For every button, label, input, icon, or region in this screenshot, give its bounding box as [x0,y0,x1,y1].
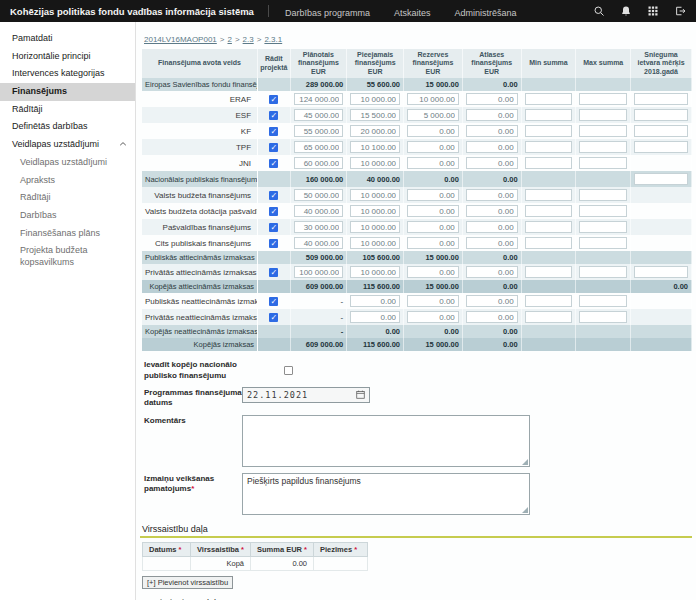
max-sum-input[interactable] [579,266,627,278]
show-in-project-checkbox[interactable]: ✓ [269,239,278,248]
max-sum-input[interactable] [579,141,627,153]
program-date-input[interactable]: 22.11.2021 [242,387,370,403]
sidebar-item-r-d-t-ji[interactable]: Rādītāji [0,101,135,119]
min-sum-input[interactable] [525,311,573,323]
sidebar-item-defin-t-s-darb-bas[interactable]: Definētās darbības [0,118,135,136]
planned-input[interactable] [294,189,344,201]
performance-target-input[interactable] [634,125,688,137]
min-sum-input[interactable] [525,295,573,307]
sidebar-subitem-finans-anas-pl-ns[interactable]: Finansēšanas plāns [0,225,135,243]
min-sum-input[interactable] [525,189,573,201]
add-virssaistiba-button[interactable]: [+] Pievienot virssaistību [142,576,233,589]
show-in-project-checkbox[interactable]: ✓ [269,159,278,168]
selection-input[interactable] [466,205,518,217]
selection-input[interactable] [466,311,518,323]
planned-input[interactable] [294,109,344,121]
reserve-input[interactable] [407,205,459,217]
sidebar-item-intervences-kategorijas[interactable]: Intervences kategorijas [0,65,135,83]
min-sum-input[interactable] [525,125,573,137]
available-input[interactable] [350,189,400,201]
max-sum-input[interactable] [579,221,627,233]
topbar-menu-darb-bas-programma[interactable]: Darbības programma [285,8,370,18]
selection-input[interactable] [466,157,518,169]
min-sum-input[interactable] [525,205,573,217]
comment-textarea[interactable] [242,415,530,467]
breadcrumb-link-2-3-1[interactable]: 2.3.1 [264,35,282,44]
available-input[interactable] [350,157,400,169]
planned-input[interactable] [294,141,344,153]
show-in-project-checkbox[interactable]: ✓ [269,223,278,232]
min-sum-input[interactable] [525,266,573,278]
available-input[interactable] [350,266,400,278]
show-in-project-checkbox[interactable]: ✓ [269,207,278,216]
min-sum-input[interactable] [525,141,573,153]
selection-input[interactable] [466,125,518,137]
national-total-checkbox[interactable] [284,366,293,375]
performance-target-input[interactable] [634,109,688,121]
sidebar-item-pamatdati[interactable]: Pamatdati [0,30,135,48]
selection-input[interactable] [466,141,518,153]
reserve-input[interactable] [407,221,459,233]
app-switcher-icon[interactable] [647,5,659,17]
performance-target-input[interactable] [634,266,688,278]
min-sum-input[interactable] [525,237,573,249]
breadcrumb-link-2-3[interactable]: 2.3 [243,35,254,44]
show-in-project-checkbox[interactable]: ✓ [269,95,278,104]
breadcrumb-link-2[interactable]: 2 [227,35,231,44]
planned-input[interactable] [294,125,344,137]
reserve-input[interactable] [407,295,459,307]
min-sum-input[interactable] [525,157,573,169]
reserve-input[interactable] [407,141,459,153]
available-input[interactable] [350,93,400,105]
max-sum-input[interactable] [579,311,627,323]
performance-target-input[interactable] [634,141,688,153]
show-in-project-checkbox[interactable]: ✓ [269,268,278,277]
sidebar-subitem-r-d-t-ji[interactable]: Rādītāji [0,189,135,207]
planned-input[interactable] [294,237,344,249]
max-sum-input[interactable] [579,189,627,201]
min-sum-input[interactable] [525,93,573,105]
topbar-menu-administr-ana[interactable]: Administrēšana [454,8,516,18]
min-sum-input[interactable] [525,109,573,121]
max-sum-input[interactable] [579,295,627,307]
logout-icon[interactable] [674,5,686,17]
show-in-project-checkbox[interactable]: ✓ [269,127,278,136]
available-input[interactable] [350,125,400,137]
show-in-project-checkbox[interactable]: ✓ [269,111,278,120]
planned-input[interactable] [294,205,344,217]
reserve-input[interactable] [407,109,459,121]
max-sum-input[interactable] [579,205,627,217]
performance-target-input[interactable] [634,93,688,105]
show-in-project-checkbox[interactable]: ✓ [269,143,278,152]
sidebar-subitem-darb-bas[interactable]: Darbības [0,207,135,225]
selection-input[interactable] [466,109,518,121]
sidebar-subitem-projekta-bud-eta-kopsavilkums[interactable]: Projekta budžeta kopsavilkums [0,242,135,271]
planned-input[interactable] [294,157,344,169]
available-input[interactable] [350,221,400,233]
breadcrumb-link-2014lv16maop001[interactable]: 2014LV16MAOP001 [144,35,217,44]
show-in-project-checkbox[interactable]: ✓ [269,297,278,306]
max-sum-input[interactable] [579,109,627,121]
available-input[interactable] [350,311,400,323]
selection-input[interactable] [466,295,518,307]
planned-input[interactable] [294,221,344,233]
max-sum-input[interactable] [579,237,627,249]
reserve-input[interactable] [407,125,459,137]
planned-input[interactable] [294,93,344,105]
performance-target-input[interactable] [634,173,688,185]
topbar-menu-atskaites[interactable]: Atskaites [394,8,431,18]
search-icon[interactable] [593,5,605,17]
selection-input[interactable] [466,221,518,233]
notifications-icon[interactable] [620,5,632,17]
change-reason-textarea[interactable]: Piešķirts papildus finansējums [242,473,530,515]
reserve-input[interactable] [407,157,459,169]
available-input[interactable] [350,237,400,249]
available-input[interactable] [350,109,400,121]
sidebar-subitem-apraksts[interactable]: Apraksts [0,172,135,190]
selection-input[interactable] [466,93,518,105]
reserve-input[interactable] [407,93,459,105]
sidebar-item-horizont-lie-principi[interactable]: Horizontālie principi [0,48,135,66]
available-input[interactable] [350,141,400,153]
show-in-project-checkbox[interactable]: ✓ [269,313,278,322]
reserve-input[interactable] [407,189,459,201]
